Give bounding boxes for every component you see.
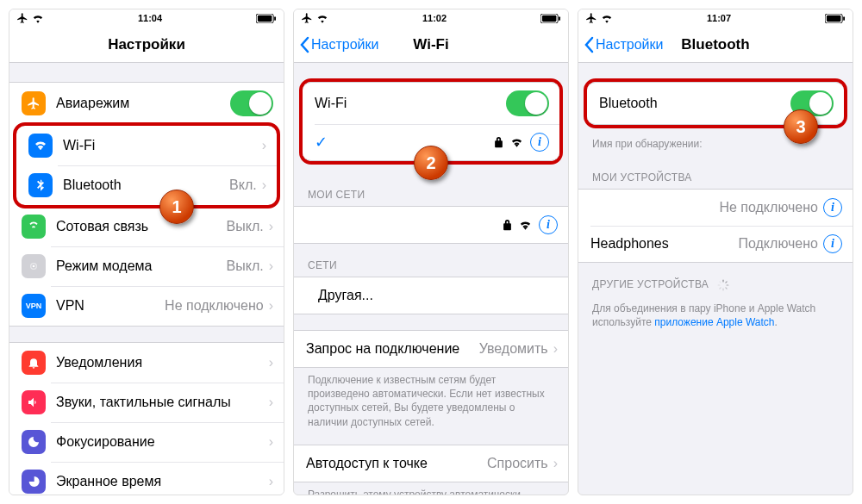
vpn-value: Не подключено — [165, 298, 264, 314]
checkmark-icon: ✓ — [315, 133, 330, 152]
back-label: Настройки — [311, 37, 378, 53]
apple-watch-link[interactable]: приложение Apple Watch — [654, 316, 774, 328]
vpn-label: VPN — [56, 298, 165, 314]
info-button[interactable]: i — [823, 198, 842, 217]
cellular-icon — [22, 215, 46, 239]
networks-header: СЕТИ — [294, 259, 568, 277]
row-airplane[interactable]: Авиарежим — [9, 83, 284, 124]
airplane-mode-icon — [22, 91, 46, 115]
focus-icon — [22, 430, 46, 454]
status-bar: 11:07 — [578, 9, 853, 27]
row-screentime[interactable]: Экранное время › — [9, 462, 284, 495]
cellular-label: Сотовая связь — [56, 219, 227, 234]
svg-rect-12 — [827, 15, 841, 21]
annotation-bubble-1: 1 — [159, 190, 194, 224]
chevron-icon: › — [262, 177, 266, 193]
navbar: Настройки Wi-Fi — [294, 27, 568, 63]
my-networks-header: МОИ СЕТИ — [294, 189, 568, 206]
page-title: Bluetooth — [681, 36, 749, 53]
svg-rect-17 — [725, 287, 728, 289]
wifi-toggle[interactable] — [506, 90, 549, 116]
row-cellular[interactable]: Сотовая связь Выкл. › — [9, 207, 284, 246]
auto-hotspot-row[interactable]: Автодоступ к точке Спросить › — [294, 445, 568, 482]
screentime-icon — [22, 470, 46, 494]
wifi-status-icon — [32, 14, 44, 23]
auto-hotspot-footer: Разрешить этому устройству автоматически… — [294, 482, 568, 495]
wifi-signal-icon — [519, 220, 532, 230]
row-wifi[interactable]: Wi-Fi › — [16, 126, 277, 165]
page-title: Настройки — [108, 36, 185, 53]
airplane-toggle[interactable] — [230, 90, 273, 116]
device-2-name: Headphones — [590, 236, 738, 252]
back-button[interactable]: Настройки — [584, 27, 663, 62]
airplane-icon — [16, 12, 28, 24]
airplane-icon — [585, 12, 597, 24]
annotation-bubble-2: 2 — [414, 146, 448, 180]
info-button[interactable]: i — [823, 234, 842, 253]
pair-footer: Для объединения в пару iPhone и Apple Wa… — [578, 296, 853, 329]
svg-rect-1 — [258, 15, 272, 21]
chevron-icon: › — [553, 456, 558, 471]
lock-icon — [503, 219, 512, 231]
page-title: Wi-Fi — [413, 36, 448, 53]
bluetooth-value: Вкл. — [229, 177, 257, 193]
svg-rect-2 — [274, 16, 276, 21]
wifi-toggle-row[interactable]: Wi-Fi — [303, 83, 559, 124]
annotation-bubble-3: 3 — [784, 109, 818, 144]
row-hotspot[interactable]: Режим модема Выкл. › — [9, 246, 284, 286]
chevron-left-icon — [299, 36, 309, 53]
back-label: Настройки — [596, 37, 663, 53]
svg-point-3 — [33, 265, 35, 268]
bluetooth-screen: 11:07 Настройки Bluetooth Bluetooth — [578, 9, 853, 495]
auto-hotspot-label: Автодоступ к точке — [306, 456, 487, 471]
hotspot-value: Выкл. — [227, 258, 264, 274]
chevron-left-icon — [584, 36, 594, 53]
svg-rect-13 — [843, 16, 845, 21]
row-sounds[interactable]: Звуки, тактильные сигналы › — [9, 383, 284, 422]
airplane-icon — [301, 12, 313, 24]
svg-rect-18 — [722, 289, 723, 291]
wifi-signal-icon — [510, 137, 523, 147]
settings-screen: 11:04 Настройки Авиарежим — [9, 9, 284, 495]
bluetooth-label: Bluetooth — [63, 177, 229, 193]
row-vpn[interactable]: VPN VPN Не подключено › — [9, 286, 284, 326]
battery-icon — [540, 14, 561, 23]
status-bar: 11:02 — [294, 9, 568, 27]
ask-join-row[interactable]: Запрос на подключение Уведомить › — [294, 331, 568, 367]
status-bar: 11:04 — [9, 9, 284, 27]
ask-join-label: Запрос на подключение — [306, 341, 479, 357]
chevron-icon: › — [269, 258, 273, 274]
focus-label: Фокусирование — [56, 434, 269, 450]
notifications-icon — [22, 351, 46, 375]
chevron-icon: › — [269, 355, 273, 370]
chevron-icon: › — [262, 138, 266, 153]
device-row-2[interactable]: Headphones Подключено i — [578, 226, 853, 262]
chevron-icon: › — [269, 219, 273, 234]
ask-join-value: Уведомить — [479, 341, 548, 357]
my-devices-header: МОИ УСТРОЙСТВА — [578, 171, 853, 189]
known-network-row[interactable]: i — [294, 207, 568, 243]
row-bluetooth[interactable]: Bluetooth Вкл. › — [16, 165, 277, 205]
row-notifications[interactable]: Уведомления › — [9, 343, 284, 383]
spinner-icon — [717, 279, 729, 291]
chevron-icon: › — [269, 474, 273, 489]
bt-toggle-label: Bluetooth — [599, 96, 790, 111]
navbar: Настройки — [9, 27, 284, 63]
wifi-status-icon — [601, 14, 613, 23]
device-row-1[interactable]: Не подключено i — [578, 190, 853, 226]
svg-rect-16 — [726, 284, 728, 285]
navbar: Настройки Bluetooth — [578, 27, 853, 63]
back-button[interactable]: Настройки — [299, 27, 378, 62]
wifi-status-icon — [316, 14, 328, 23]
svg-rect-21 — [719, 281, 721, 283]
chevron-icon: › — [269, 434, 273, 450]
svg-rect-9 — [542, 15, 557, 21]
status-time: 11:04 — [138, 13, 162, 23]
sounds-icon — [22, 390, 46, 414]
other-network-row[interactable]: Другая... — [294, 277, 568, 314]
svg-rect-19 — [719, 287, 721, 289]
info-button[interactable]: i — [539, 215, 558, 234]
row-focus[interactable]: Фокусирование › — [9, 422, 284, 462]
info-button[interactable]: i — [530, 133, 549, 152]
svg-rect-10 — [559, 16, 560, 21]
